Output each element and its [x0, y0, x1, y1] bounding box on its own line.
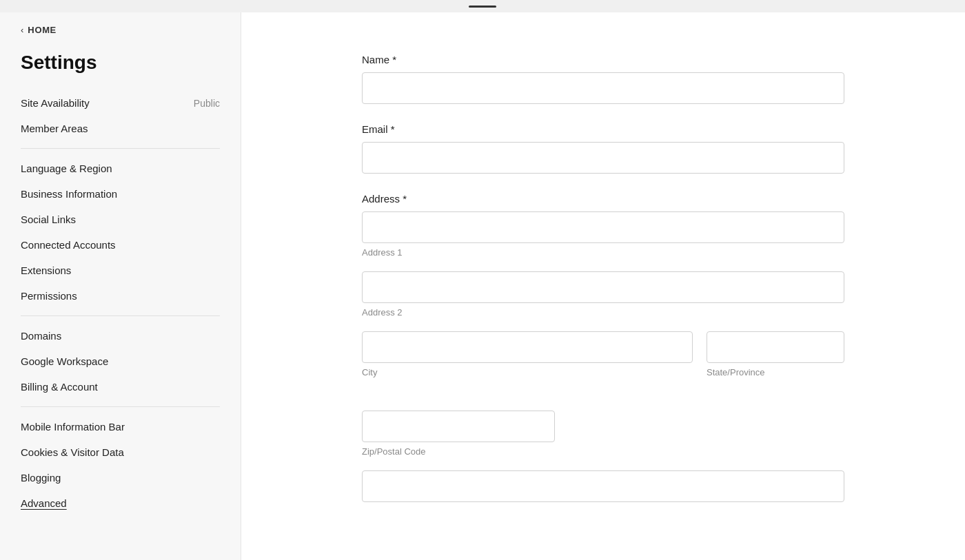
- zip-input[interactable]: [362, 411, 555, 442]
- sidebar-item-label: Permissions: [21, 290, 77, 302]
- address2-input[interactable]: [362, 271, 844, 303]
- sidebar-item-label: Advanced: [21, 497, 67, 509]
- back-arrow-icon: ‹: [21, 25, 23, 35]
- sidebar-item-label: Mobile Information Bar: [21, 421, 125, 433]
- sidebar-item-permissions[interactable]: Permissions: [0, 283, 241, 309]
- email-input[interactable]: [362, 142, 844, 174]
- address1-sub-label: Address 1: [362, 247, 844, 258]
- sidebar-item-connected-accounts[interactable]: Connected Accounts: [0, 232, 241, 258]
- sidebar-item-site-availability[interactable]: Site Availability Public: [0, 90, 241, 116]
- sidebar-item-label: Blogging: [21, 472, 61, 484]
- sidebar-item-social-links[interactable]: Social Links: [0, 207, 241, 232]
- sidebar-item-value: Public: [194, 98, 220, 109]
- zip-sub-label: Zip/Postal Code: [362, 446, 555, 457]
- email-label: Email *: [362, 123, 844, 135]
- sidebar-item-label: Connected Accounts: [21, 239, 116, 251]
- address2-sub-label: Address 2: [362, 307, 844, 318]
- sidebar-item-blogging[interactable]: Blogging: [0, 465, 241, 490]
- city-sub-label: City: [362, 367, 693, 377]
- sidebar-item-business-information[interactable]: Business Information: [0, 181, 241, 207]
- sidebar: ‹ HOME Settings Site Availability Public…: [0, 12, 241, 560]
- sidebar-item-label: Language & Region: [21, 163, 112, 174]
- city-field: City: [362, 331, 693, 377]
- sidebar-item-label: Member Areas: [21, 123, 88, 134]
- sidebar-divider-2: [21, 315, 220, 316]
- home-label: HOME: [28, 25, 57, 35]
- sidebar-item-extensions[interactable]: Extensions: [0, 258, 241, 283]
- sidebar-item-language-region[interactable]: Language & Region: [0, 156, 241, 181]
- sidebar-divider-1: [21, 148, 220, 149]
- main-content: Name * Email * Address * Address 1: [241, 12, 965, 560]
- sidebar-item-label: Extensions: [21, 265, 71, 276]
- settings-title: Settings: [0, 42, 241, 90]
- address-label: Address *: [362, 193, 844, 205]
- sidebar-item-cookies-visitor-data[interactable]: Cookies & Visitor Data: [0, 439, 241, 465]
- sidebar-item-label: Cookies & Visitor Data: [21, 446, 124, 458]
- city-input[interactable]: [362, 331, 693, 363]
- home-link[interactable]: ‹ HOME: [0, 12, 241, 42]
- sidebar-divider-3: [21, 406, 220, 407]
- sidebar-item-advanced[interactable]: Advanced: [0, 490, 241, 516]
- address1-input[interactable]: [362, 211, 844, 243]
- drag-handle: [469, 6, 496, 8]
- sidebar-item-label: Business Information: [21, 188, 117, 200]
- sidebar-item-billing-account[interactable]: Billing & Account: [0, 374, 241, 400]
- sidebar-item-domains[interactable]: Domains: [0, 323, 241, 349]
- form-container: Name * Email * Address * Address 1: [341, 54, 865, 502]
- state-input[interactable]: [707, 331, 844, 363]
- address-field-group: Address * Address 1 Address 2 City: [362, 193, 844, 502]
- name-label: Name *: [362, 54, 844, 65]
- state-sub-label: State/Province: [707, 367, 844, 377]
- sidebar-item-member-areas[interactable]: Member Areas: [0, 116, 241, 141]
- sidebar-item-label: Billing & Account: [21, 381, 98, 393]
- sidebar-item-label: Domains: [21, 330, 61, 342]
- email-field: Email *: [362, 123, 844, 174]
- sidebar-item-label: Google Workspace: [21, 355, 108, 367]
- sidebar-item-label: Site Availability: [21, 97, 90, 109]
- state-field: State/Province: [707, 331, 844, 377]
- sidebar-item-google-workspace[interactable]: Google Workspace: [0, 349, 241, 374]
- name-field: Name *: [362, 54, 844, 104]
- last-field-input[interactable]: [362, 470, 844, 502]
- sidebar-item-mobile-information-bar[interactable]: Mobile Information Bar: [0, 414, 241, 439]
- sidebar-item-label: Social Links: [21, 214, 76, 225]
- name-input[interactable]: [362, 72, 844, 104]
